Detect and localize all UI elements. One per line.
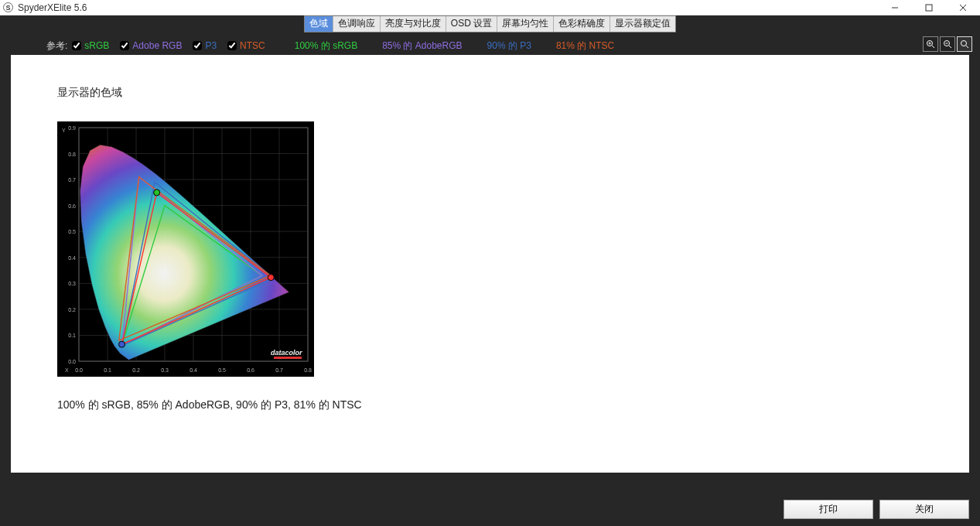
tab-accuracy[interactable]: 色彩精确度 [554,16,610,32]
gamut-summary: 100% 的 sRGB, 85% 的 AdobeRGB, 90% 的 P3, 8… [57,398,924,412]
svg-text:0.1: 0.1 [68,333,76,338]
svg-text:0.0: 0.0 [75,367,83,373]
canvas-scroll[interactable]: 显示器的色域 0.00.10.20.30.40.50.60.70.80.00.1… [11,55,969,473]
svg-text:Y: Y [62,128,66,133]
svg-text:0.3: 0.3 [68,281,76,286]
footer: 打印 关闭 [784,500,969,519]
gamut-chart: 0.00.10.20.30.40.50.60.70.80.00.10.20.30… [57,121,314,377]
tab-uniformity[interactable]: 屏幕均匀性 [497,16,554,32]
tab-tone[interactable]: 色调响应 [333,16,381,32]
tab-specs[interactable]: 显示器额定值 [610,16,675,32]
gamut-chart-svg: 0.00.10.20.30.40.50.60.70.80.00.10.20.30… [57,121,314,377]
svg-text:0.4: 0.4 [68,255,76,261]
minimize-button[interactable] [878,0,912,15]
check-srgb-box[interactable] [72,41,81,50]
svg-rect-0 [926,5,932,11]
tabbar: 色域 色调响应 亮度与对比度 OSD 设置 屏幕均匀性 色彩精确度 显示器额定值 [0,15,980,36]
svg-text:0.6: 0.6 [68,203,76,209]
svg-text:0.8: 0.8 [68,152,76,157]
reference-bar: 参考: sRGB Adobe RGB P3 NTSC 100% 的 sRGB 8… [0,36,980,55]
check-srgb[interactable]: sRGB [72,40,109,51]
check-p3-box[interactable] [193,41,202,50]
svg-point-55 [119,341,125,347]
check-ntsc[interactable]: NTSC [227,40,265,51]
close-dialog-button[interactable]: 关闭 [879,500,969,519]
svg-text:0.2: 0.2 [68,307,76,313]
check-adobe-box[interactable] [120,41,129,50]
svg-text:0.8: 0.8 [304,367,312,373]
check-adobe-label: Adobe RGB [132,40,182,51]
tab-brightness[interactable]: 亮度与对比度 [381,16,446,32]
window-title: SpyderXElite 5.6 [16,2,87,13]
metric-ntsc: 81% 的 NTSC [556,39,614,53]
metric-adobe: 85% 的 AdobeRGB [382,39,462,53]
check-srgb-label: sRGB [84,40,109,51]
titlebar-left: S SpyderXElite 5.6 [3,2,87,13]
svg-point-54 [154,190,160,196]
svg-point-53 [268,275,274,281]
check-ntsc-label: NTSC [240,40,265,51]
window-controls [878,0,980,15]
svg-text:0.0: 0.0 [68,359,76,364]
page-content: 显示器的色域 0.00.10.20.30.40.50.60.70.80.00.1… [11,55,969,473]
titlebar: S SpyderXElite 5.6 [0,0,980,15]
svg-rect-57 [274,357,302,359]
zoom-out-button[interactable] [940,36,955,52]
zoom-controls [923,36,972,52]
tab-group: 色域 色调响应 亮度与对比度 OSD 设置 屏幕均匀性 色彩精确度 显示器额定值 [304,15,676,32]
svg-text:0.6: 0.6 [247,367,254,373]
maximize-button[interactable] [912,0,946,15]
svg-point-3 [961,41,967,46]
app-body: 色域 色调响应 亮度与对比度 OSD 设置 屏幕均匀性 色彩精确度 显示器额定值… [0,15,980,526]
reference-label: 参考: [46,39,67,53]
check-ntsc-box[interactable] [227,41,237,50]
app-icon: S [3,2,13,12]
svg-text:0.3: 0.3 [161,367,169,373]
svg-text:X: X [65,367,69,373]
svg-text:0.7: 0.7 [68,177,76,183]
metric-p3: 90% 的 P3 [487,39,531,53]
svg-text:datacolor: datacolor [271,349,302,357]
tab-osd[interactable]: OSD 设置 [446,16,497,32]
svg-text:0.5: 0.5 [68,229,76,234]
svg-text:0.2: 0.2 [132,367,140,373]
svg-text:0.4: 0.4 [190,367,197,373]
tab-gamut[interactable]: 色域 [305,16,333,32]
check-p3-label: P3 [205,40,217,51]
metric-srgb: 100% 的 sRGB [295,39,357,53]
svg-text:0.7: 0.7 [275,367,283,373]
zoom-in-button[interactable] [923,36,938,52]
svg-text:0.5: 0.5 [218,367,226,373]
print-button[interactable]: 打印 [784,500,873,519]
check-adobe[interactable]: Adobe RGB [120,40,182,51]
svg-text:0.1: 0.1 [104,367,111,373]
check-p3[interactable]: P3 [193,40,217,51]
zoom-fit-button[interactable] [957,36,972,52]
panel-title: 显示器的色域 [57,86,924,100]
svg-text:0.9: 0.9 [68,125,76,131]
canvas-area: 显示器的色域 0.00.10.20.30.40.50.60.70.80.00.1… [11,55,969,473]
close-button[interactable] [946,0,980,15]
